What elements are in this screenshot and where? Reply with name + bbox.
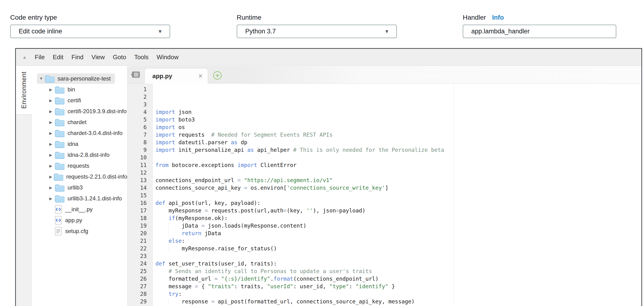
tree-item-label: chardet-3.0.4.dist-info: [68, 130, 122, 136]
menu-edit[interactable]: Edit: [53, 53, 64, 61]
tree-item-idna[interactable]: ▶idna: [32, 139, 127, 149]
tree-item-chardet[interactable]: ▶chardet: [32, 117, 127, 128]
folder-icon: [54, 129, 64, 137]
editor-body: Environment ▼ sara-personalize-test ▶bin…: [16, 66, 642, 306]
tree-item-label: requests-2.21.0.dist-info: [66, 173, 127, 180]
code-line: import dateutil.parser as dp: [156, 139, 642, 146]
tree-item-label: setup.cfg: [65, 228, 88, 235]
code-area[interactable]: import jsonimport boto3import osimport r…: [153, 84, 642, 306]
chevron-down-icon: ▼: [158, 29, 162, 34]
menu-goto[interactable]: Goto: [113, 53, 126, 61]
line-number: 23: [128, 252, 147, 260]
tree-item-bin[interactable]: ▶bin: [32, 84, 127, 95]
code-editor: 1234567891011121314151617181920212223242…: [128, 84, 642, 306]
chevron-collapsed-icon[interactable]: ▶: [49, 175, 53, 179]
tree-item-urllib3-1-24-1-dist-info[interactable]: ▶urllib3-1.24.1.dist-info: [32, 193, 127, 204]
chevron-collapsed-icon[interactable]: ▶: [49, 164, 54, 168]
tree-item-chardet-3-0-4-dist-info[interactable]: ▶chardet-3.0.4.dist-info: [32, 128, 127, 139]
code-line: connections_endpoint_url = "https://api.…: [156, 176, 642, 184]
tree-item--init-py[interactable]: __init__.py: [32, 204, 127, 215]
line-number: 21: [128, 237, 147, 245]
tree-item-idna-2-8-dist-info[interactable]: ▶idna-2.8.dist-info: [32, 149, 127, 160]
new-tab-button[interactable]: +: [213, 71, 222, 80]
chevron-collapsed-icon[interactable]: ▶: [49, 98, 54, 103]
chevron-collapsed-icon[interactable]: ▶: [49, 196, 54, 201]
folder-icon: [54, 194, 64, 203]
line-number: 15: [128, 192, 147, 199]
code-line: # Sends an identify call to Personas to …: [156, 267, 642, 275]
line-number: 9: [128, 146, 147, 154]
sidebar-tab-environment[interactable]: Environment: [16, 66, 32, 114]
code-entry-type-select[interactable]: Edit code inline ▼: [10, 25, 170, 38]
chevron-collapsed-icon[interactable]: ▶: [49, 185, 54, 190]
editor-frame: ▲ FileEditFindViewGotoToolsWindow Enviro…: [15, 48, 642, 306]
line-number: 2: [128, 93, 147, 101]
line-number: 24: [128, 260, 147, 267]
tree-item-label: urllib3: [68, 184, 83, 191]
file-tree: ▼ sara-personalize-test ▶bin▶certifi▶cer…: [32, 66, 128, 306]
handler-label: Handler: [463, 14, 486, 21]
plus-icon: +: [216, 72, 220, 79]
line-number: 28: [128, 290, 147, 298]
handler-label-row: HandlerInfo: [463, 14, 504, 21]
chevron-collapsed-icon[interactable]: ▶: [49, 109, 54, 114]
menu-tools[interactable]: Tools: [134, 53, 148, 61]
tree-item-setup-cfg[interactable]: setup.cfg: [32, 226, 127, 237]
chevron-collapsed-icon[interactable]: ▶: [49, 153, 54, 157]
menu-window[interactable]: Window: [156, 53, 178, 61]
menu-bar: ▲ FileEditFindViewGotoToolsWindow: [16, 49, 642, 66]
code-line: [156, 252, 642, 260]
tree-item-certifi-2019-3-9-dist-info[interactable]: ▶certifi-2019.3.9.dist-info: [32, 106, 127, 117]
page: { "header": { "code_entry": { "label": "…: [0, 0, 644, 306]
line-number: 14: [128, 184, 147, 192]
tree-item-label: urllib3-1.24.1.dist-info: [68, 195, 122, 202]
tree-item-requests-2-21-0-dist-info[interactable]: ▶requests-2.21.0.dist-info: [32, 171, 127, 182]
collapse-panel-icon[interactable]: ▲: [22, 55, 27, 60]
line-number: 1: [128, 85, 147, 93]
tree-item-sara-personalize-test[interactable]: ▼ sara-personalize-test: [32, 73, 127, 84]
line-number: 4: [128, 108, 147, 116]
line-number: 25: [128, 267, 147, 275]
chevron-collapsed-icon[interactable]: ▶: [49, 131, 54, 135]
folder-icon: [53, 173, 63, 181]
chevron-collapsed-icon[interactable]: ▶: [49, 87, 54, 92]
folder-icon: [54, 151, 64, 159]
code-line: return jData: [156, 230, 642, 237]
line-number: 27: [128, 283, 147, 290]
line-number: 13: [128, 176, 147, 184]
tree-children: ▶bin▶certifi▶certifi-2019.3.9.dist-info▶…: [32, 84, 127, 237]
line-number: 26: [128, 275, 147, 283]
code-line: connections_source_api_key = os.environ[…: [156, 184, 642, 192]
line-number: 17: [128, 207, 147, 214]
menu-find[interactable]: Find: [72, 53, 84, 61]
close-icon[interactable]: ×: [198, 72, 202, 80]
line-number: 19: [128, 222, 147, 230]
environment-tab-label: Environment: [20, 71, 28, 109]
code-line: from botocore.exceptions import ClientEr…: [156, 161, 642, 169]
code-line: response = api_post(formatted_url, conne…: [156, 298, 642, 305]
tree-item-label: bin: [68, 86, 75, 93]
chevron-expanded-icon[interactable]: ▼: [39, 76, 44, 81]
line-number: 20: [128, 230, 147, 237]
runtime-select[interactable]: Python 3.7 ▼: [237, 25, 397, 38]
code-line: myResponse.raise_for_status(): [156, 245, 642, 252]
tree-item-app-py[interactable]: app.py: [32, 215, 127, 226]
tree-item-requests[interactable]: ▶requests: [32, 160, 127, 171]
tab-list-icon[interactable]: [130, 70, 140, 80]
python-file-icon: [54, 216, 62, 225]
code-entry-type-value: Edit code inline: [19, 28, 62, 35]
tree-item-label: certifi-2019.3.9.dist-info: [68, 108, 126, 115]
chevron-collapsed-icon[interactable]: ▶: [49, 120, 54, 125]
tree-item-urllib3[interactable]: ▶urllib3: [32, 182, 127, 193]
handler-input[interactable]: [463, 25, 616, 38]
chevron-collapsed-icon[interactable]: ▶: [49, 142, 54, 146]
menu-file[interactable]: File: [35, 53, 45, 61]
folder-icon: [54, 107, 64, 115]
handler-info-link[interactable]: Info: [492, 14, 504, 21]
tree-item-certifi[interactable]: ▶certifi: [32, 95, 127, 106]
tab-app-py[interactable]: app.py ×: [144, 68, 208, 84]
menu-bar-items: FileEditFindViewGotoToolsWindow: [27, 53, 179, 61]
code-line: import json: [156, 108, 642, 116]
line-number: 5: [128, 116, 147, 123]
menu-view[interactable]: View: [92, 53, 105, 61]
